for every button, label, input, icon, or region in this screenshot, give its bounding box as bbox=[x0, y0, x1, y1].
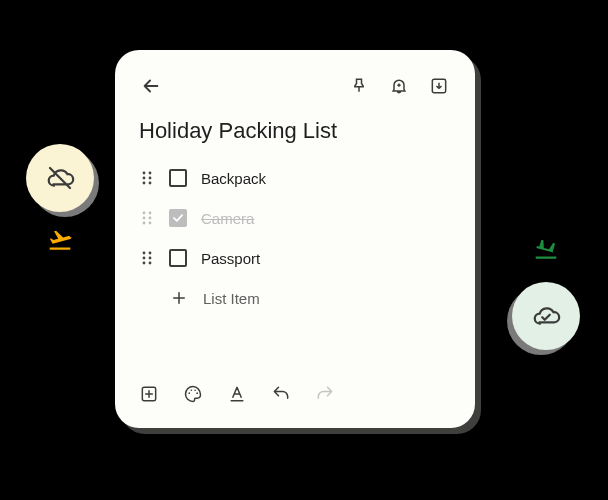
list-item[interactable]: Camera bbox=[139, 202, 459, 234]
svg-point-11 bbox=[143, 222, 146, 225]
undo-icon bbox=[271, 384, 291, 404]
pin-button[interactable] bbox=[339, 66, 379, 106]
svg-point-3 bbox=[143, 177, 146, 180]
checkbox[interactable] bbox=[169, 209, 187, 227]
undo-button[interactable] bbox=[263, 376, 299, 412]
add-box-icon bbox=[139, 384, 159, 404]
list-item[interactable]: Backpack bbox=[139, 162, 459, 194]
back-button[interactable] bbox=[131, 66, 171, 106]
palette-icon bbox=[183, 384, 203, 404]
offline-badge bbox=[26, 144, 94, 212]
cloud-off-icon bbox=[45, 163, 75, 193]
add-list-item[interactable]: List Item bbox=[139, 282, 459, 314]
reminder-button[interactable] bbox=[379, 66, 419, 106]
arrow-back-icon bbox=[140, 75, 162, 97]
svg-point-9 bbox=[143, 217, 146, 220]
online-badge bbox=[512, 282, 580, 350]
checkbox[interactable] bbox=[169, 249, 187, 267]
svg-point-20 bbox=[188, 392, 190, 394]
redo-icon bbox=[315, 384, 335, 404]
svg-point-17 bbox=[143, 262, 146, 265]
svg-point-13 bbox=[143, 252, 146, 255]
cloud-done-icon bbox=[531, 301, 561, 331]
archive-icon bbox=[429, 76, 449, 96]
svg-point-5 bbox=[143, 182, 146, 185]
svg-point-6 bbox=[149, 182, 152, 185]
palette-button[interactable] bbox=[175, 376, 211, 412]
pin-icon bbox=[349, 76, 369, 96]
toolbar-bottom bbox=[131, 376, 343, 412]
svg-point-7 bbox=[143, 212, 146, 215]
svg-point-22 bbox=[194, 389, 196, 391]
item-text[interactable]: Backpack bbox=[201, 170, 266, 187]
archive-button[interactable] bbox=[419, 66, 459, 106]
format-a-icon bbox=[227, 384, 247, 404]
item-text[interactable]: Passport bbox=[201, 250, 260, 267]
drag-handle-icon[interactable] bbox=[139, 170, 155, 186]
svg-point-23 bbox=[196, 392, 198, 394]
svg-point-16 bbox=[149, 257, 152, 260]
note-card: Holiday Packing List Backpack Camera Pas… bbox=[115, 50, 475, 428]
svg-point-21 bbox=[191, 389, 193, 391]
svg-point-15 bbox=[143, 257, 146, 260]
svg-point-10 bbox=[149, 217, 152, 220]
svg-point-14 bbox=[149, 252, 152, 255]
drag-handle-icon[interactable] bbox=[139, 250, 155, 266]
add-box-button[interactable] bbox=[131, 376, 167, 412]
item-text[interactable]: Camera bbox=[201, 210, 254, 227]
checkbox[interactable] bbox=[169, 169, 187, 187]
note-title[interactable]: Holiday Packing List bbox=[139, 118, 451, 144]
svg-point-4 bbox=[149, 177, 152, 180]
plus-icon bbox=[169, 288, 189, 308]
svg-point-1 bbox=[143, 172, 146, 175]
checklist: Backpack Camera Passport List Item bbox=[139, 162, 459, 314]
svg-point-18 bbox=[149, 262, 152, 265]
add-item-placeholder[interactable]: List Item bbox=[203, 290, 260, 307]
bell-add-icon bbox=[389, 76, 409, 96]
text-format-button[interactable] bbox=[219, 376, 255, 412]
svg-point-2 bbox=[149, 172, 152, 175]
toolbar-top bbox=[131, 70, 459, 102]
svg-point-12 bbox=[149, 222, 152, 225]
flight-takeoff-icon bbox=[46, 226, 74, 254]
drag-handle-icon[interactable] bbox=[139, 210, 155, 226]
flight-land-icon bbox=[532, 235, 560, 263]
redo-button[interactable] bbox=[307, 376, 343, 412]
check-icon bbox=[171, 211, 185, 225]
list-item[interactable]: Passport bbox=[139, 242, 459, 274]
svg-point-8 bbox=[149, 212, 152, 215]
